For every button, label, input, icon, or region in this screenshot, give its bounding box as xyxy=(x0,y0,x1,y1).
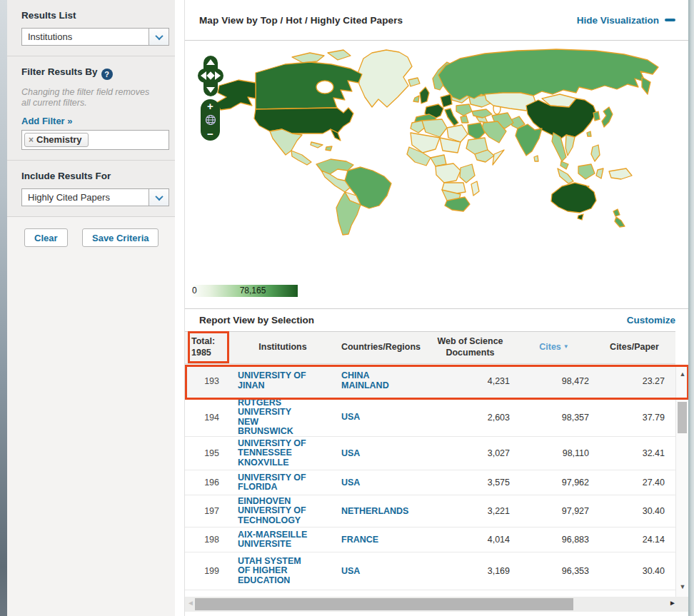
country-india xyxy=(516,124,542,156)
table-row[interactable]: 194 RUTGERS UNIVERSITY NEW BRUNSWICK USA… xyxy=(185,398,675,437)
legend-max-label: 78,165 xyxy=(240,286,266,296)
zoom-in-icon[interactable]: + xyxy=(207,101,213,111)
save-criteria-button[interactable]: Save Criteria xyxy=(82,228,159,247)
map-legend: 0 78,165 xyxy=(191,285,298,297)
institution-link[interactable]: RUTGERS UNIVERSITY NEW BRUNSWICK xyxy=(238,398,313,436)
report-panel-header: Report View by Selection Customize xyxy=(185,308,688,331)
include-results-title: Include Results For xyxy=(21,171,175,181)
country-canada xyxy=(256,62,362,109)
institution-link[interactable]: UNIVERSITY OF FLORIDA xyxy=(238,473,313,493)
table-row[interactable]: 198 AIX-MARSEILLE UNIVERSITE FRANCE 4,01… xyxy=(185,527,675,552)
map-panel-title: Map View by Top / Hot / Highly Cited Pap… xyxy=(199,15,403,26)
results-list-title: Results List xyxy=(21,10,175,21)
filter-input[interactable]: × Chemistry xyxy=(21,130,169,151)
institution-link[interactable]: UNIVERSITY OF JINAN xyxy=(238,371,313,390)
institution-link[interactable]: UNIVERSITY OF TENNESSEE KNOXVILLE xyxy=(238,439,313,468)
institution-link[interactable]: UTAH SYSTEM OF HIGHER EDUCATION xyxy=(238,557,313,585)
country-link[interactable]: USA xyxy=(341,413,360,422)
sidebar: Results List Institutions Filter Results… xyxy=(7,0,175,616)
left-edge-strip xyxy=(0,0,7,616)
main-panel: Map View by Top / Hot / Highly Cited Pap… xyxy=(184,0,688,616)
pan-left-icon[interactable] xyxy=(201,71,206,80)
column-header-institutions[interactable]: Institutions xyxy=(229,342,336,353)
hide-visualization-link[interactable]: Hide Visualization xyxy=(577,15,675,26)
results-table: 193 UNIVERSITY OF JINAN CHINA MAINLAND 4… xyxy=(185,364,675,616)
column-header-cites-per-paper[interactable]: Cites/Paper xyxy=(593,342,675,353)
scroll-up-icon[interactable]: ▲ xyxy=(676,370,689,378)
countries[interactable] xyxy=(216,49,658,235)
pan-down-icon[interactable] xyxy=(206,87,215,93)
country-link[interactable]: USA xyxy=(341,449,360,458)
country-germany xyxy=(441,94,452,107)
sort-desc-icon: ▼ xyxy=(563,343,569,350)
table-row[interactable]: 197 EINDHOVEN UNIVERSITY OF TECHNOLOGY N… xyxy=(185,495,675,527)
pan-up-icon[interactable] xyxy=(206,59,215,65)
include-results-dropdown[interactable]: Highly Cited Papers xyxy=(21,188,169,206)
country-japan xyxy=(602,107,613,127)
include-results-section: Include Results For Highly Cited Papers xyxy=(7,161,175,217)
institution-link[interactable]: EINDHOVEN UNIVERSITY OF TECHNOLOGY xyxy=(238,497,313,525)
country-new-zealand xyxy=(613,209,620,216)
table-row[interactable]: 199 UTAH SYSTEM OF HIGHER EDUCATION USA … xyxy=(185,552,675,590)
map-zoom-control[interactable]: + − xyxy=(201,99,220,141)
country-australia xyxy=(551,183,596,213)
filter-note: Changing the filter field removes all cu… xyxy=(21,87,157,108)
pan-right-icon[interactable] xyxy=(215,71,221,80)
collapse-icon xyxy=(665,19,675,21)
country-greenland xyxy=(358,50,412,107)
country-link[interactable]: FRANCE xyxy=(341,535,378,545)
results-list-section: Results List Institutions xyxy=(7,0,175,56)
country-egypt xyxy=(468,123,485,140)
horizontal-scrollbar[interactable]: ◄ ► xyxy=(185,597,689,612)
bottom-spacer xyxy=(185,612,689,616)
country-link[interactable]: NETHERLANDS xyxy=(341,507,408,516)
column-header-countries[interactable]: Countries/Regions xyxy=(336,342,426,353)
report-panel-title: Report View by Selection xyxy=(199,315,314,325)
total-count-header: Total: 1985 xyxy=(185,336,229,358)
sidebar-buttons: Clear Save Criteria xyxy=(7,217,175,260)
country-usa xyxy=(254,108,353,133)
scroll-right-icon[interactable]: ► xyxy=(669,599,676,607)
country-russia xyxy=(438,49,658,100)
map-panel-header: Map View by Top / Hot / Highly Cited Pap… xyxy=(185,0,688,41)
table-header-row: Total: 1985 Institutions Countries/Regio… xyxy=(185,331,675,364)
filter-section-title: Filter Results By? xyxy=(21,66,175,80)
esi-results-page: Results List Institutions Filter Results… xyxy=(0,0,694,616)
add-filter-link[interactable]: Add Filter » xyxy=(21,116,73,126)
scroll-down-icon[interactable]: ▼ xyxy=(676,583,689,590)
filter-chip-label: Chemistry xyxy=(36,134,82,145)
results-list-value: Institutions xyxy=(22,29,149,45)
vertical-scroll-thumb[interactable] xyxy=(678,402,687,433)
country-link[interactable]: USA xyxy=(341,567,360,576)
customize-link[interactable]: Customize xyxy=(627,315,675,325)
column-header-cites-sorted[interactable]: Cites▼ xyxy=(515,342,593,353)
globe-icon[interactable] xyxy=(205,114,216,126)
table-row[interactable]: 195 UNIVERSITY OF TENNESSEE KNOXVILLE US… xyxy=(185,437,675,470)
remove-filter-icon[interactable]: × xyxy=(29,135,34,145)
map-pan-control[interactable] xyxy=(198,56,223,96)
zoom-out-icon[interactable]: − xyxy=(207,129,213,138)
column-header-documents[interactable]: Web of Science Documents xyxy=(426,336,515,358)
legend-min-label: 0 xyxy=(192,286,197,296)
country-uk xyxy=(420,87,429,103)
help-icon[interactable]: ? xyxy=(101,69,113,80)
horizontal-scroll-thumb[interactable] xyxy=(195,598,573,610)
right-edge-strip xyxy=(688,0,694,616)
include-results-value: Highly Cited Papers xyxy=(22,189,149,206)
map-visualization: + − 0 78,165 xyxy=(185,41,689,308)
vertical-scrollbar[interactable]: ▲ ▼ xyxy=(675,365,688,597)
clear-button[interactable]: Clear xyxy=(24,228,68,247)
country-link[interactable]: USA xyxy=(341,478,360,488)
results-list-dropdown[interactable]: Institutions xyxy=(21,28,169,46)
table-row[interactable]: 196 UNIVERSITY OF FLORIDA USA 3,575 97,9… xyxy=(185,470,675,495)
scroll-left-icon[interactable]: ◄ xyxy=(187,599,194,607)
institution-link[interactable]: AIX-MARSEILLE UNIVERSITE xyxy=(238,530,313,550)
world-map[interactable] xyxy=(185,43,678,278)
chevron-down-icon[interactable] xyxy=(149,189,169,206)
filter-section: Filter Results By? Changing the filter f… xyxy=(7,56,175,161)
filter-chip-chemistry[interactable]: × Chemistry xyxy=(24,133,89,147)
country-link[interactable]: CHINA MAINLAND xyxy=(341,371,413,390)
chevron-down-icon[interactable] xyxy=(149,29,169,45)
table-row[interactable]: 193 UNIVERSITY OF JINAN CHINA MAINLAND 4… xyxy=(185,364,675,398)
